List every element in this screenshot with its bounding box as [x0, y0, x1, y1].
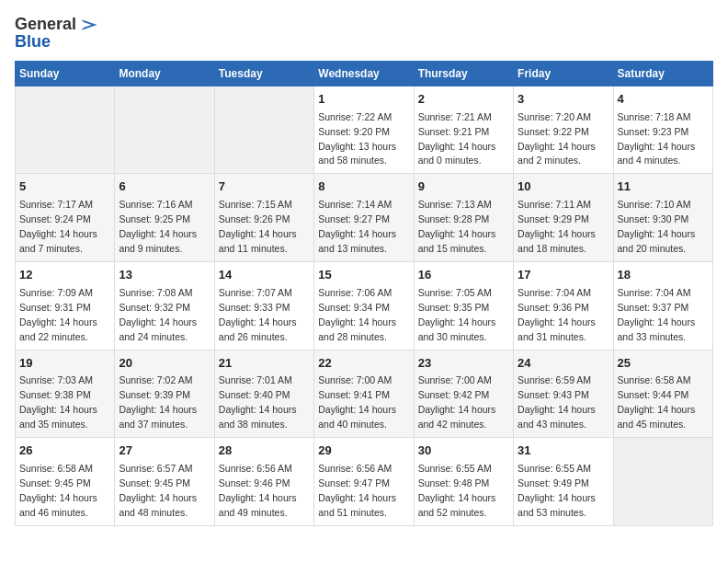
- day-number: 15: [318, 267, 409, 284]
- day-cell: 25Sunrise: 6:58 AMSunset: 9:44 PMDayligh…: [613, 350, 712, 438]
- day-info: Sunrise: 7:04 AMSunset: 9:37 PMDaylight:…: [618, 287, 696, 342]
- day-info: Sunrise: 6:56 AMSunset: 9:47 PMDaylight:…: [318, 463, 396, 518]
- day-cell: 21Sunrise: 7:01 AMSunset: 9:40 PMDayligh…: [214, 350, 313, 438]
- day-number: 25: [618, 355, 709, 373]
- day-cell: 15Sunrise: 7:06 AMSunset: 9:34 PMDayligh…: [314, 261, 414, 350]
- day-info: Sunrise: 6:55 AMSunset: 9:48 PMDaylight:…: [418, 463, 496, 518]
- day-cell: 4Sunrise: 7:18 AMSunset: 9:23 PMDaylight…: [613, 86, 712, 174]
- week-row-3: 12Sunrise: 7:09 AMSunset: 9:31 PMDayligh…: [16, 261, 713, 350]
- day-number: 3: [518, 91, 609, 109]
- day-cell: 19Sunrise: 7:03 AMSunset: 9:38 PMDayligh…: [16, 350, 115, 438]
- logo-icon: [78, 15, 98, 35]
- day-cell: 30Sunrise: 6:55 AMSunset: 9:48 PMDayligh…: [414, 438, 513, 526]
- day-number: 2: [418, 91, 509, 109]
- day-number: 27: [119, 442, 210, 460]
- logo-blue: Blue: [15, 33, 98, 52]
- day-info: Sunrise: 7:02 AMSunset: 9:39 PMDaylight:…: [119, 374, 197, 430]
- day-info: Sunrise: 7:09 AMSunset: 9:31 PMDaylight:…: [19, 287, 97, 342]
- header-cell-sunday: Sunday: [16, 61, 115, 86]
- day-info: Sunrise: 7:05 AMSunset: 9:35 PMDaylight:…: [418, 287, 496, 342]
- header-cell-thursday: Thursday: [414, 61, 513, 86]
- day-cell: 23Sunrise: 7:00 AMSunset: 9:42 PMDayligh…: [414, 350, 513, 438]
- day-number: 1: [318, 91, 409, 109]
- day-info: Sunrise: 6:56 AMSunset: 9:46 PMDaylight:…: [219, 463, 297, 518]
- day-cell: 1Sunrise: 7:22 AMSunset: 9:20 PMDaylight…: [314, 86, 414, 174]
- day-cell: 7Sunrise: 7:15 AMSunset: 9:26 PMDaylight…: [214, 174, 313, 262]
- svg-marker-0: [82, 19, 97, 30]
- day-info: Sunrise: 7:13 AMSunset: 9:28 PMDaylight:…: [418, 199, 496, 254]
- day-info: Sunrise: 6:55 AMSunset: 9:49 PMDaylight:…: [518, 463, 596, 518]
- day-number: 12: [19, 267, 110, 284]
- day-number: 26: [19, 442, 110, 460]
- day-number: 16: [418, 267, 509, 284]
- header-row: SundayMondayTuesdayWednesdayThursdayFrid…: [16, 61, 713, 86]
- day-number: 4: [618, 91, 709, 109]
- day-number: 23: [418, 355, 509, 373]
- day-cell: [115, 86, 214, 174]
- day-number: 7: [219, 178, 310, 196]
- header-cell-friday: Friday: [514, 61, 613, 86]
- calendar-body: 1Sunrise: 7:22 AMSunset: 9:20 PMDaylight…: [16, 86, 713, 525]
- day-number: 5: [19, 178, 110, 196]
- day-info: Sunrise: 7:11 AMSunset: 9:29 PMDaylight:…: [518, 199, 596, 254]
- day-info: Sunrise: 7:01 AMSunset: 9:40 PMDaylight:…: [219, 374, 297, 430]
- day-info: Sunrise: 7:16 AMSunset: 9:25 PMDaylight:…: [119, 199, 197, 254]
- day-info: Sunrise: 7:00 AMSunset: 9:42 PMDaylight:…: [418, 374, 496, 430]
- day-cell: 14Sunrise: 7:07 AMSunset: 9:33 PMDayligh…: [214, 261, 313, 350]
- day-info: Sunrise: 7:22 AMSunset: 9:20 PMDaylight:…: [318, 111, 396, 167]
- day-number: 29: [318, 442, 409, 460]
- day-cell: 17Sunrise: 7:04 AMSunset: 9:36 PMDayligh…: [514, 261, 613, 350]
- calendar-header: SundayMondayTuesdayWednesdayThursdayFrid…: [16, 61, 713, 86]
- day-number: 18: [618, 267, 709, 284]
- day-info: Sunrise: 7:04 AMSunset: 9:36 PMDaylight:…: [518, 287, 596, 342]
- day-cell: 28Sunrise: 6:56 AMSunset: 9:46 PMDayligh…: [214, 438, 313, 526]
- day-cell: [214, 86, 313, 174]
- day-info: Sunrise: 7:10 AMSunset: 9:30 PMDaylight:…: [618, 199, 696, 254]
- day-cell: 12Sunrise: 7:09 AMSunset: 9:31 PMDayligh…: [16, 261, 115, 350]
- day-cell: 3Sunrise: 7:20 AMSunset: 9:22 PMDaylight…: [514, 86, 613, 174]
- day-info: Sunrise: 7:15 AMSunset: 9:26 PMDaylight:…: [219, 199, 297, 254]
- day-cell: 5Sunrise: 7:17 AMSunset: 9:24 PMDaylight…: [16, 174, 115, 262]
- day-info: Sunrise: 6:59 AMSunset: 9:43 PMDaylight:…: [518, 374, 596, 430]
- day-info: Sunrise: 7:18 AMSunset: 9:23 PMDaylight:…: [618, 111, 696, 167]
- day-info: Sunrise: 7:14 AMSunset: 9:27 PMDaylight:…: [318, 199, 396, 254]
- day-info: Sunrise: 6:58 AMSunset: 9:44 PMDaylight:…: [618, 374, 696, 430]
- day-info: Sunrise: 7:08 AMSunset: 9:32 PMDaylight:…: [119, 287, 197, 342]
- day-cell: 9Sunrise: 7:13 AMSunset: 9:28 PMDaylight…: [414, 174, 513, 262]
- day-number: 11: [618, 178, 709, 196]
- day-cell: 24Sunrise: 6:59 AMSunset: 9:43 PMDayligh…: [514, 350, 613, 438]
- day-info: Sunrise: 6:58 AMSunset: 9:45 PMDaylight:…: [19, 463, 97, 518]
- day-number: 28: [219, 442, 310, 460]
- calendar-table: SundayMondayTuesdayWednesdayThursdayFrid…: [15, 61, 713, 526]
- week-row-5: 26Sunrise: 6:58 AMSunset: 9:45 PMDayligh…: [16, 438, 713, 526]
- day-cell: 16Sunrise: 7:05 AMSunset: 9:35 PMDayligh…: [414, 261, 513, 350]
- day-number: 10: [518, 178, 609, 196]
- day-info: Sunrise: 7:17 AMSunset: 9:24 PMDaylight:…: [19, 199, 97, 254]
- day-number: 21: [219, 355, 310, 373]
- day-number: 31: [518, 442, 609, 460]
- day-cell: 10Sunrise: 7:11 AMSunset: 9:29 PMDayligh…: [514, 174, 613, 262]
- day-cell: 31Sunrise: 6:55 AMSunset: 9:49 PMDayligh…: [514, 438, 613, 526]
- week-row-4: 19Sunrise: 7:03 AMSunset: 9:38 PMDayligh…: [16, 350, 713, 438]
- header-cell-wednesday: Wednesday: [314, 61, 414, 86]
- day-number: 20: [119, 355, 210, 373]
- logo: General Blue: [15, 15, 98, 52]
- week-row-2: 5Sunrise: 7:17 AMSunset: 9:24 PMDaylight…: [16, 174, 713, 262]
- day-info: Sunrise: 7:00 AMSunset: 9:41 PMDaylight:…: [318, 374, 396, 430]
- day-cell: 11Sunrise: 7:10 AMSunset: 9:30 PMDayligh…: [613, 174, 712, 262]
- day-number: 8: [318, 178, 409, 196]
- header-cell-monday: Monday: [115, 61, 214, 86]
- day-cell: 18Sunrise: 7:04 AMSunset: 9:37 PMDayligh…: [613, 261, 712, 350]
- header-cell-tuesday: Tuesday: [214, 61, 313, 86]
- day-number: 22: [318, 355, 409, 373]
- day-cell: 6Sunrise: 7:16 AMSunset: 9:25 PMDaylight…: [115, 174, 214, 262]
- day-cell: 2Sunrise: 7:21 AMSunset: 9:21 PMDaylight…: [414, 86, 513, 174]
- logo-general: General: [15, 16, 76, 34]
- day-info: Sunrise: 7:06 AMSunset: 9:34 PMDaylight:…: [318, 287, 396, 342]
- day-number: 14: [219, 267, 310, 284]
- day-cell: 8Sunrise: 7:14 AMSunset: 9:27 PMDaylight…: [314, 174, 414, 262]
- day-cell: [16, 86, 115, 174]
- day-number: 13: [119, 267, 210, 284]
- day-cell: 20Sunrise: 7:02 AMSunset: 9:39 PMDayligh…: [115, 350, 214, 438]
- day-info: Sunrise: 7:21 AMSunset: 9:21 PMDaylight:…: [418, 111, 496, 167]
